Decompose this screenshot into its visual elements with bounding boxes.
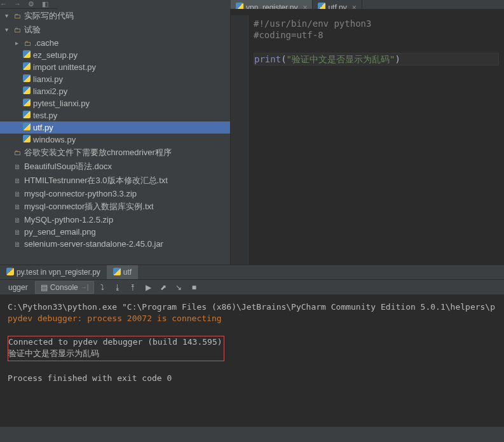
tree-item[interactable]: 🗎HTMILTestrunner在3.0版本修改汇总.txt [0,174,230,188]
editor-gutter [231,15,249,265]
tree-item[interactable]: 🗎mysql-connector插入数据库实例.txt [0,200,230,214]
tree-item-label: lianxi2.py [33,86,67,96]
tree-item[interactable]: 🗎mysql-connector-python3.3.zip [0,188,230,200]
chevron-icon[interactable] [3,149,10,156]
run-tab-utf[interactable]: utf [107,265,138,279]
file-icon: 🗎 [13,162,22,171]
chevron-down-icon[interactable]: ▾ [3,26,10,34]
step-over-button[interactable]: ⤵ [95,280,109,294]
file-icon: 🗎 [13,176,22,185]
console-line: Connected to pydev debugger (build 143.5… [8,337,222,347]
tool-icon[interactable]: ⚙ [28,0,37,9]
code-content[interactable]: #!/usr/bin/env python3 #coding=utf-8 pri… [249,15,504,265]
file-icon: 🗎 [13,216,22,224]
run-to-cursor-button[interactable]: ↘ [172,280,186,294]
debugger-tab-label: ugger [8,283,28,292]
tree-item[interactable]: lianxi.py [0,73,230,85]
tree-item-label: pytest_lianxi.py [33,99,90,108]
tree-item-label: test.py [33,111,57,120]
chevron-right-icon[interactable]: ▸ [13,39,20,47]
folder-icon: 🗀 [23,39,32,48]
python-file-icon [23,86,31,96]
resume-button[interactable]: ▶ [141,280,155,294]
tree-item-label: utf.py [33,123,53,132]
python-file-icon [23,74,31,84]
tree-item[interactable]: test.py [0,109,230,121]
console-line: C:\Python33\python.exe "C:\Program Files… [8,302,495,312]
python-file-icon [113,268,121,277]
file-icon: 🗎 [13,240,22,249]
tree-item-label: mysql-connector-python3.3.zip [24,189,137,198]
tree-item-label: mysql-connector插入数据库实例.txt [24,201,154,212]
python-file-icon [6,268,14,277]
python-file-icon [23,135,31,144]
chevron-down-icon[interactable]: ▾ [3,12,10,20]
nav-back-icon[interactable]: ← [0,0,9,9]
tree-item[interactable]: 🗀谷歌安装文件下需要放chromedriver程序 [0,146,230,160]
python-file-icon [23,50,31,60]
python-file-icon [23,123,31,132]
tree-item-label: import unittest.py [33,62,96,72]
tree-item-label: windows.py [33,135,76,144]
console-output[interactable]: C:\Python33\python.exe "C:\Program Files… [0,295,504,427]
tree-item[interactable]: 🗎selenium-server-standalone-2.45.0.jar [0,238,230,250]
file-icon: 🗎 [13,202,22,211]
tree-folder[interactable]: ▾ 🗀 试验 [0,23,230,37]
tree-item[interactable]: ez_setup.py [0,49,230,61]
file-icon: 🗎 [13,190,22,198]
pin-icon[interactable]: →| [81,284,89,291]
stop-button[interactable]: ■ [187,280,201,294]
tree-item-label: lianxi.py [33,74,63,84]
console-output-line: 验证中文是否显示为乱码 [8,349,99,358]
tree-item[interactable]: 🗎py_send_email.png [0,226,230,238]
run-tab-label: py.test in vpn_register.py [17,268,100,277]
run-config-tabs: py.test in vpn_register.py utf [0,265,504,280]
console-tab-label: Console [50,283,78,292]
tree-item[interactable]: 🗎BeautifulSoup语法.docx [0,160,230,174]
console-exit-line: Process finished with exit code 0 [8,373,172,383]
folder-icon: 🗀 [13,11,22,20]
tree-item-label: .cache [34,38,58,48]
python-file-icon [23,99,31,108]
tree-folder-label: 试验 [24,24,41,36]
tree-item[interactable]: lianxi2.py [0,85,230,97]
tree-folder[interactable]: ▾ 🗀 实际写的代码 [0,9,230,23]
tree-item[interactable]: 🗎MySQL-python-1.2.5.zip [0,214,230,226]
code-editor[interactable]: #!/usr/bin/env python3 #coding=utf-8 pri… [231,9,504,265]
tree-item-label: MySQL-python-1.2.5.zip [24,215,113,224]
folder-icon: 🗀 [13,25,22,34]
debugger-tab[interactable]: ugger [3,281,34,294]
tree-item-label: 谷歌安装文件下需要放chromedriver程序 [24,147,172,158]
tree-item-label: selenium-server-standalone-2.45.0.jar [24,239,163,249]
folder-icon: 🗀 [13,148,22,157]
file-icon: 🗎 [13,228,22,237]
tree-item-label: BeautifulSoup语法.docx [24,161,112,172]
tool-icon-2[interactable]: ◧ [42,0,51,9]
tree-item[interactable]: utf.py [0,121,230,134]
tree-folder-label: 实际写的代码 [24,10,74,22]
tree-item-label: ez_setup.py [33,50,78,60]
project-tree[interactable]: ▾ 🗀 实际写的代码 ▾ 🗀 试验 ▸🗀.cacheez_setup.pyimp… [0,9,231,265]
tree-item[interactable]: windows.py [0,134,230,146]
tree-item[interactable]: pytest_lianxi.py [0,97,230,109]
run-tab-pytest[interactable]: py.test in vpn_register.py [0,265,107,279]
tree-item-label: py_send_email.png [24,227,96,237]
console-icon: ▤ [41,283,48,292]
run-tab-label: utf [123,268,132,277]
nav-fwd-icon[interactable]: → [14,0,23,9]
console-tab[interactable]: ▤ Console →| [35,281,95,294]
evaluate-button[interactable]: ⬈ [156,280,170,294]
step-out-button[interactable]: ⭱ [126,280,140,294]
python-file-icon [23,62,31,72]
step-into-button[interactable]: ⭳ [111,280,125,294]
console-line: pydev debugger: process 20072 is connect… [8,314,222,323]
tree-item[interactable]: ▸🗀.cache [0,37,230,49]
tree-item[interactable]: import unittest.py [0,61,230,73]
python-file-icon [23,111,31,120]
tree-item-label: HTMILTestrunner在3.0版本修改汇总.txt [24,175,168,186]
